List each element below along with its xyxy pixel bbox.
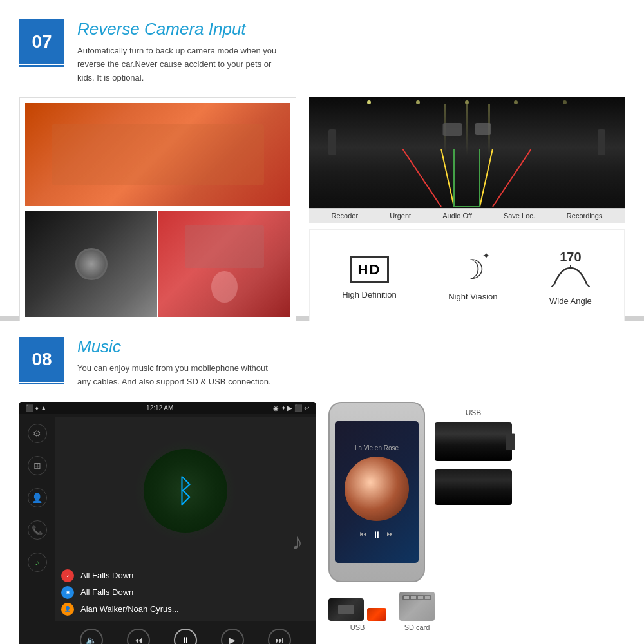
player-statusbar: ⬛ ♦ ▲ 12:12 AM ◉ ✦ ▶ ⬛ ↩ — [19, 402, 316, 414]
sidebar-icon-phone[interactable]: 📞 — [28, 520, 47, 540]
phone-mockup-container: La Vie en Rose ⏮ ⏸ ⏭ — [328, 402, 425, 582]
usb-plug — [367, 608, 386, 621]
ctrl-pause[interactable]: ⏸ — [174, 629, 197, 644]
usb-reader-body — [328, 598, 364, 621]
parking-lines — [402, 149, 531, 207]
music-player-screen: ⬛ ♦ ▲ 12:12 AM ◉ ✦ ▶ ⬛ ↩ ⚙ ⊞ 👤 📞 ♪ ᛒ — [19, 402, 316, 644]
toolbar-recordings: Recordings — [567, 212, 603, 220]
ctrl-prev[interactable]: ⏮ — [127, 629, 150, 644]
bluetooth-circle: ᛒ — [144, 449, 227, 533]
song-item-3[interactable]: 👤 Alan Walker/Noah Cyrus... — [61, 603, 309, 616]
song-title-3: Alan Walker/Noah Cyrus... — [80, 604, 179, 614]
photo-grid — [19, 97, 296, 323]
song-dot-2: ◉ — [61, 586, 74, 599]
hd-icon: HD — [350, 256, 390, 283]
statusbar-icons: ⬛ ♦ ▲ — [26, 404, 47, 412]
song-title-2: All Falls Down — [80, 587, 133, 597]
angle-icon: 170 — [551, 250, 590, 290]
toolbar-audio-off: Audio Off — [442, 212, 472, 220]
song-list: ♪ All Falls Down ◉ All Falls Down 👤 — [55, 564, 316, 621]
camera-view: Recoder Urgent Audio Off Save Loc. Recor… — [309, 97, 625, 223]
player-controls: 🔈 ⏮ ⏸ ▶ ⏭ — [55, 621, 316, 644]
camera-section: Recoder Urgent Audio Off Save Loc. Recor… — [309, 97, 625, 323]
sd-card-label: SD card — [399, 623, 435, 631]
accessories-row: USB SD card — [328, 592, 625, 631]
statusbar-time: 12:12 AM — [146, 404, 173, 412]
phone-screen: La Vie en Rose ⏮ ⏸ ⏭ — [335, 421, 419, 563]
svg-line-1 — [493, 149, 531, 207]
usb-reader-label: USB — [328, 623, 386, 631]
sidebar-icon-grid[interactable]: ⊞ — [28, 456, 47, 475]
statusbar-right-icons: ◉ ✦ ▶ ⬛ ↩ — [273, 404, 309, 412]
album-art — [345, 457, 409, 521]
song-dot-3: 👤 — [61, 603, 74, 616]
photo-bl — [25, 211, 157, 317]
phone-controls: ⏮ ⏸ ⏭ — [359, 529, 394, 540]
bluetooth-icon: ᛒ — [176, 472, 195, 509]
section-08-title: Music — [77, 337, 625, 357]
feature-hd: HD High Definition — [342, 256, 397, 299]
feature-angle: 170 Wide Angle — [549, 250, 592, 306]
svg-line-8 — [551, 284, 554, 287]
player-main: ᛒ ♪ ♪ All Falls Down ◉ — [55, 417, 316, 644]
sidebar-icon-user[interactable]: 👤 — [28, 488, 47, 507]
sd-contacts — [402, 595, 431, 600]
night-icon: ☽ ✦ — [460, 254, 485, 285]
section-08: 08 Music You can enjoy music from you mo… — [0, 321, 644, 644]
player-sidebar: ⚙ ⊞ 👤 📞 ♪ — [19, 417, 55, 644]
feature-night: ☽ ✦ Night Viasion — [448, 254, 497, 301]
song-dot-1: ♪ — [61, 569, 74, 582]
section-08-content: ⬛ ♦ ▲ 12:12 AM ◉ ✦ ▶ ⬛ ↩ ⚙ ⊞ 👤 📞 ♪ ᛒ — [19, 402, 625, 644]
phone-screen-content: La Vie en Rose ⏮ ⏸ ⏭ — [341, 441, 412, 543]
svg-line-2 — [441, 149, 454, 207]
usb-cable-2 — [435, 469, 512, 505]
usb-reader: USB — [328, 598, 386, 631]
camera-toolbar: Recoder Urgent Audio Off Save Loc. Recor… — [309, 208, 625, 223]
section-07-content: Recoder Urgent Audio Off Save Loc. Recor… — [19, 97, 625, 323]
toolbar-recoder: Recoder — [332, 212, 359, 220]
section-07: 07 Reverse Camera Input Automatically tu… — [0, 0, 644, 316]
section-07-desc: Automatically turn to back up camera mod… — [77, 44, 283, 84]
music-note-icon: ♪ — [292, 529, 303, 554]
toolbar-urgent: Urgent — [390, 212, 411, 220]
ctrl-next[interactable]: ⏭ — [268, 629, 291, 644]
song-item-2[interactable]: ◉ All Falls Down — [61, 586, 309, 599]
night-label: Night Viasion — [448, 292, 497, 301]
svg-line-3 — [480, 149, 493, 207]
ctrl-play[interactable]: ▶ — [221, 629, 244, 644]
phone-mockup: La Vie en Rose ⏮ ⏸ ⏭ — [328, 402, 425, 582]
phone-ctrl-prev: ⏮ — [359, 529, 367, 540]
sd-card-img — [399, 592, 435, 621]
song-title-1: All Falls Down — [80, 571, 133, 580]
angle-label: Wide Angle — [549, 296, 592, 306]
section-08-desc: You can enjoy music from you mobilephone… — [77, 362, 283, 389]
features-row: HD High Definition ☽ ✦ Night Viasion 170 — [309, 229, 625, 323]
svg-line-9 — [587, 284, 590, 287]
usb-cables: USB — [435, 402, 512, 582]
music-right: La Vie en Rose ⏮ ⏸ ⏭ — [328, 402, 625, 644]
usb-cable-1 — [435, 422, 512, 461]
usb-label: USB — [435, 408, 512, 417]
phone-ctrl-next: ⏭ — [386, 529, 394, 540]
hd-label: High Definition — [342, 290, 397, 299]
toolbar-save-loc: Save Loc. — [504, 212, 535, 220]
phone-usb-area: La Vie en Rose ⏮ ⏸ ⏭ — [328, 402, 625, 582]
photo-br — [158, 211, 290, 317]
section-07-title-block: Reverse Camera Input Automatically turn … — [77, 19, 625, 84]
sidebar-icon-music[interactable]: ♪ — [28, 553, 47, 572]
section-08-number: 08 — [19, 337, 64, 382]
angle-arc — [551, 265, 590, 287]
section-07-title: Reverse Camera Input — [77, 19, 625, 39]
section-08-title-block: Music You can enjoy music from you mobil… — [77, 337, 625, 389]
usb-reader-img — [328, 598, 386, 621]
sd-card: SD card — [399, 592, 435, 631]
section-07-header: 07 Reverse Camera Input Automatically tu… — [19, 19, 625, 84]
phone-song-title: La Vie en Rose — [355, 444, 399, 451]
song-item-1[interactable]: ♪ All Falls Down — [61, 569, 309, 582]
section-08-header: 08 Music You can enjoy music from you mo… — [19, 337, 625, 389]
photo-top — [25, 103, 290, 206]
sidebar-icon-link[interactable]: ⚙ — [28, 424, 47, 443]
ctrl-volume[interactable]: 🔈 — [80, 629, 103, 644]
player-bluetooth-area: ᛒ ♪ — [55, 417, 316, 564]
svg-line-0 — [402, 149, 441, 207]
